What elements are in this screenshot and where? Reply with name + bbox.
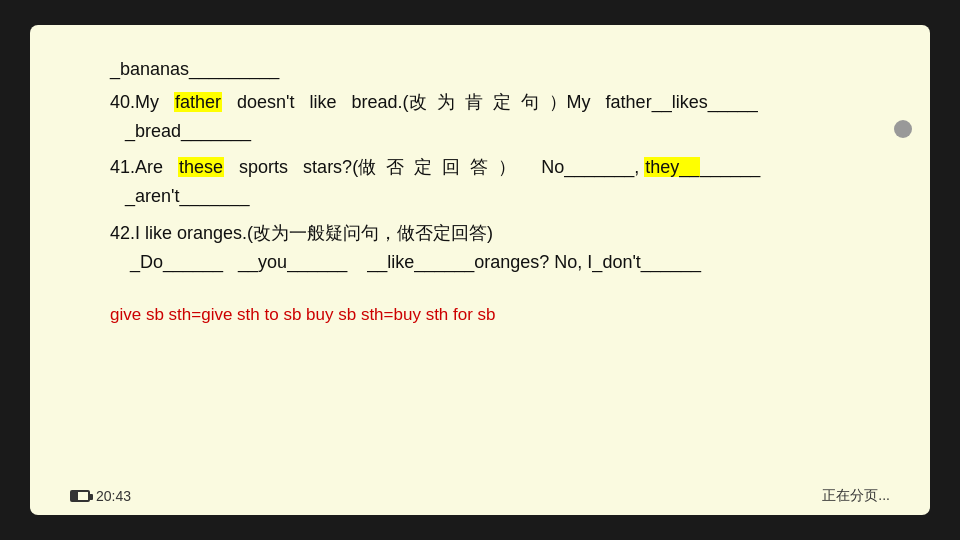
q40-text1: 40.My father doesn't like bread.(改 为 肯 定…	[110, 92, 758, 112]
q40-text2: _bread_______	[110, 121, 251, 141]
q42-answer: _Do______ __you______ __like______orange…	[110, 252, 701, 272]
page-status: 正在分页...	[822, 487, 890, 505]
bananas-text: _bananas_________	[110, 59, 279, 79]
formula-line: give sb sth=give sth to sb buy sb sth=bu…	[110, 301, 890, 328]
question-40: 40.My father doesn't like bread.(改 为 肯 定…	[110, 88, 890, 146]
q41-text2: _aren't_______	[110, 186, 250, 206]
page-status-text: 正在分页...	[822, 487, 890, 503]
battery-icon	[70, 490, 90, 502]
scroll-indicator	[894, 120, 912, 138]
battery-fill	[72, 492, 78, 500]
question-42: 42.I like oranges.(改为一般疑问句，做否定回答) _Do___…	[110, 219, 890, 277]
these-highlight: these	[178, 157, 224, 177]
line-bananas: _bananas_________	[110, 55, 890, 84]
battery-time-area: 20:43	[70, 488, 131, 504]
q41-text1: 41.Are these sports stars?(做 否 定 回 答 ） N…	[110, 157, 760, 177]
they-highlight: they__	[644, 157, 700, 177]
status-bar: 20:43 正在分页...	[70, 487, 890, 505]
formula-text: give sb sth=give sth to sb buy sb sth=bu…	[110, 305, 496, 324]
father-highlight: father	[174, 92, 222, 112]
time-display: 20:43	[96, 488, 131, 504]
q42-label: 42.I like oranges.(改为一般疑问句，做否定回答)	[110, 223, 493, 243]
content-area: _bananas_________ 40.My father doesn't l…	[110, 45, 890, 330]
main-container: _bananas_________ 40.My father doesn't l…	[30, 25, 930, 515]
question-41: 41.Are these sports stars?(做 否 定 回 答 ） N…	[110, 153, 890, 211]
